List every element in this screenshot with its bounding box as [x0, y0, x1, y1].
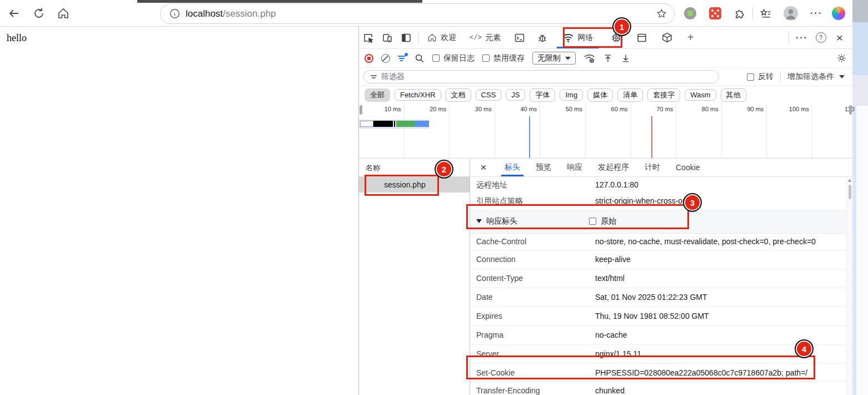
header-row: Content-Type text/html [470, 269, 852, 288]
profile-button[interactable] [784, 6, 798, 21]
refresh-button[interactable] [31, 6, 47, 21]
search-icon[interactable] [415, 53, 425, 63]
filter-pill-socket[interactable]: 套接字 [647, 88, 680, 102]
invert-checkbox[interactable]: 反转 [747, 72, 774, 82]
tab-preview[interactable]: 预览 [528, 159, 559, 176]
tab-initiator[interactable]: 发起程序 [590, 159, 637, 176]
import-har-icon[interactable] [603, 53, 613, 63]
tab-console[interactable] [508, 27, 531, 48]
tab-cookies[interactable]: Cookie [668, 159, 708, 176]
filter-pill-other[interactable]: 其他 [721, 88, 746, 102]
tick-label: 50 ms [540, 103, 586, 116]
browser-menu-button[interactable]: ··· [809, 6, 824, 21]
copilot-button[interactable] [831, 6, 846, 21]
back-button[interactable] [6, 6, 22, 21]
clear-requests-button[interactable] [381, 54, 390, 63]
tick-label: 90 ms [722, 103, 767, 116]
filter-pill-js[interactable]: JS [506, 89, 525, 101]
extensions-button[interactable] [732, 6, 747, 21]
filter-pill-img[interactable]: Img [560, 89, 583, 101]
filter-pill-manifest[interactable]: 清单 [617, 88, 643, 102]
invert-label: 反转 [758, 72, 774, 82]
dice-extension[interactable] [708, 6, 722, 21]
export-har-icon[interactable] [621, 53, 631, 63]
annotation-step-2: 2 [435, 160, 453, 179]
close-icon: × [836, 31, 843, 45]
page-text: hello [7, 32, 27, 44]
checkbox-icon [482, 55, 490, 62]
tab-welcome-label: 欢迎 [441, 33, 456, 43]
tab-elements[interactable]: </> 元素 [463, 27, 508, 48]
collections-star-icon [759, 7, 772, 20]
inspect-element-button[interactable] [359, 27, 378, 48]
site-info-icon[interactable] [169, 8, 180, 19]
application-icon [636, 32, 647, 43]
tab-3d-view[interactable] [658, 27, 677, 48]
more-tabs-button[interactable]: + [681, 27, 700, 48]
home-button[interactable] [56, 6, 71, 21]
header-name: Date [476, 292, 595, 303]
favorite-star-icon[interactable] [656, 8, 667, 19]
tab-headers[interactable]: 标头 [497, 159, 528, 176]
filter-active-badge [404, 52, 408, 57]
person-icon [784, 6, 798, 21]
filter-pill-media[interactable]: 媒体 [587, 88, 613, 102]
header-name: Cache-Control [476, 236, 595, 248]
filter-pill-doc[interactable]: 文档 [446, 88, 471, 102]
devtools-menu-button[interactable]: ··· [792, 33, 811, 43]
header-name: Pragma [476, 329, 595, 341]
more-filters-button[interactable]: 增加筛选条件 [787, 72, 845, 82]
record-stop-button[interactable] [365, 54, 373, 63]
throttling-value: 无限制 [537, 53, 561, 63]
dropdown-arrow-icon [839, 75, 845, 78]
tab-application[interactable] [632, 27, 651, 48]
address-bar[interactable]: localhost/session.php [160, 3, 675, 24]
network-toolbar: 保留日志 禁用缓存 无限制 [359, 49, 852, 68]
annotation-box-session-php [365, 175, 439, 196]
filter-placeholder: 筛选器 [381, 72, 405, 82]
elements-code-icon: </> [470, 34, 482, 42]
header-row: Date Sat, 01 Nov 2025 01:22:23 GMT [470, 288, 852, 307]
tick-label: 10 ms [359, 103, 405, 116]
dock-side-button[interactable] [397, 27, 416, 48]
filter-pill-css[interactable]: CSS [476, 89, 502, 101]
devtools-help-button[interactable]: ? [811, 32, 830, 43]
filter-pill-fetch-xhr[interactable]: Fetch/XHR [395, 89, 441, 101]
preserve-log-label: 保留日志 [443, 53, 475, 63]
header-value: text/html [595, 273, 625, 284]
devtools-close-button[interactable]: × [830, 31, 849, 45]
disable-cache-checkbox[interactable]: 禁用缓存 [482, 53, 525, 63]
scroll-up-arrow-icon[interactable] [848, 179, 851, 182]
header-row: Cache-Control no-store, no-cache, must-r… [470, 234, 852, 250]
waterfall-tick-segment [394, 121, 395, 127]
filter-input[interactable]: 筛选器 [363, 70, 719, 83]
favorites-list-button[interactable] [758, 6, 772, 21]
tab-debugger[interactable] [531, 27, 553, 48]
filter-pill-wasm[interactable]: Wasm [685, 89, 716, 101]
tick-label: 100 ms [767, 103, 812, 116]
scrollbar-thumb[interactable] [849, 185, 851, 199]
tick-label: 20 ms [405, 103, 450, 116]
checkbox-icon [747, 73, 754, 81]
device-emulation-button[interactable] [378, 27, 397, 48]
filter-toggle-button[interactable] [398, 55, 407, 62]
overview-right-handle[interactable] [849, 105, 852, 115]
dock-side-icon [401, 32, 412, 43]
preserve-log-checkbox[interactable]: 保留日志 [432, 53, 475, 63]
details-scrollbar[interactable] [846, 177, 852, 395]
more-filters-label: 增加筛选条件 [787, 72, 834, 82]
close-details-button[interactable]: × [470, 159, 497, 176]
extension-badge[interactable] [683, 6, 697, 21]
overview-selected-request-band [359, 120, 429, 129]
overview-left-handle[interactable] [360, 105, 362, 115]
avatar [784, 6, 798, 21]
filter-pill-font[interactable]: 字体 [530, 88, 555, 102]
filter-pill-all[interactable]: 全部 [365, 88, 390, 102]
network-settings-gear-icon[interactable] [836, 53, 847, 63]
tab-response[interactable]: 响应 [559, 159, 590, 176]
tab-welcome[interactable]: 欢迎 [421, 27, 463, 48]
tab-timing[interactable]: 计时 [637, 159, 668, 176]
network-conditions-icon[interactable] [583, 53, 595, 63]
network-overview-timeline[interactable]: 10 ms 20 ms 30 ms 40 ms 50 ms 60 ms 70 m… [359, 103, 852, 159]
throttling-select[interactable]: 无限制 [532, 52, 576, 65]
